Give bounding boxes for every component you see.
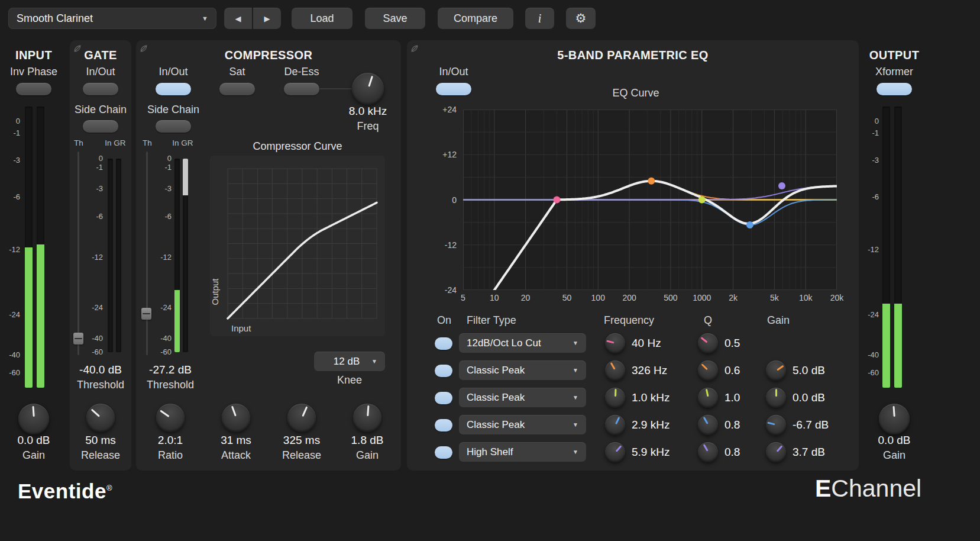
compressor-side-chain-label: Side Chain	[141, 104, 206, 116]
preset-next-button[interactable]: ▶	[253, 8, 281, 29]
output-meter-scale-tick: 0	[875, 117, 879, 125]
product-name: EChannel	[815, 475, 921, 503]
compressor-threshold-slider-track[interactable]	[146, 152, 148, 355]
eq-x-axis-label: 20k	[824, 293, 850, 302]
gate-side-chain-toggle[interactable]	[83, 120, 118, 133]
preset-prev-button[interactable]: ◀	[224, 8, 252, 29]
eq-band-2-q-knob[interactable]	[698, 360, 718, 381]
gate-release-knob[interactable]	[86, 404, 115, 432]
eq-band-2-frequency-knob[interactable]	[605, 360, 625, 381]
eq-band-2-on-toggle[interactable]	[435, 365, 452, 377]
gate-in-meter	[108, 159, 113, 352]
gate-threshold-slider-track[interactable]	[77, 152, 79, 355]
eq-band-3-filter-type-dropdown[interactable]: Classic Peak▼	[459, 388, 586, 407]
output-meter-scale: 0-1-3-6-12-24-40-60	[865, 121, 879, 373]
arrow-right-icon: ▶	[264, 14, 270, 23]
compressor-meter-scale-tick: -12	[160, 253, 172, 262]
eq-section-title: 5-BAND PARAMETRIC EQ	[407, 49, 859, 62]
preset-selector[interactable]: Smooth Clarinet ▼	[8, 8, 216, 29]
compressor-attack-knob[interactable]	[222, 404, 250, 432]
input-inv-phase-toggle[interactable]	[16, 83, 51, 95]
compressor-deess-freq-knob[interactable]	[352, 73, 384, 105]
eq-band-3-gain-knob[interactable]	[766, 388, 786, 408]
compressor-makeup-gain-knob[interactable]	[353, 404, 381, 432]
compressor-knee-dropdown[interactable]: 12 dB ▼	[314, 352, 385, 371]
eq-band-3-gain-value: 0.0 dB	[793, 391, 852, 404]
eq-band-2-handle[interactable]	[648, 178, 655, 185]
output-xformer-label: Xformer	[865, 66, 924, 78]
eq-band-1-handle[interactable]	[553, 197, 560, 204]
eq-band-2-filter-type-dropdown[interactable]: Classic Peak▼	[459, 360, 586, 380]
compressor-in-out-toggle[interactable]	[156, 83, 191, 95]
filter-type-value: High Shelf	[467, 446, 513, 458]
compressor-threshold-slider-handle[interactable]	[141, 308, 151, 320]
eq-band-1-on-toggle[interactable]	[435, 337, 452, 350]
eq-band-5-frequency-value: 5.9 kHz	[632, 446, 697, 459]
output-gain-knob[interactable]	[879, 404, 910, 434]
eq-band-4-gain-knob[interactable]	[766, 415, 786, 435]
filter-type-value: Classic Peak	[467, 419, 525, 431]
info-icon: i	[538, 12, 542, 25]
output-meter-scale-tick: -24	[868, 311, 879, 319]
gate-meter-scale-tick: -12	[92, 253, 103, 262]
eq-band-5-gain-knob[interactable]	[766, 442, 786, 462]
gate-section-title: GATE	[70, 49, 131, 62]
eq-band-1-frequency-knob[interactable]	[605, 333, 625, 353]
output-meter-scale-tick: -40	[868, 351, 879, 359]
output-xformer-toggle[interactable]	[876, 83, 912, 95]
eq-band-5-handle[interactable]	[778, 182, 785, 189]
eq-y-axis-label: +24	[435, 105, 457, 114]
eq-band-3-on-toggle[interactable]	[435, 392, 452, 404]
knee-value: 12 dB	[322, 356, 371, 368]
gate-in-out-toggle[interactable]	[83, 83, 118, 95]
gate-meter-scale-tick: -1	[96, 163, 103, 172]
gate-threshold-value: -40.0 dB	[65, 363, 136, 376]
chevron-down-icon: ▼	[573, 394, 578, 401]
gate-meter-scale-tick: -60	[92, 348, 103, 356]
compressor-side-chain-toggle[interactable]	[156, 120, 191, 133]
save-button[interactable]: Save	[365, 8, 425, 29]
settings-button[interactable]: ⚙	[566, 8, 596, 29]
chevron-down-icon: ▼	[573, 367, 578, 373]
eq-band-5-on-toggle[interactable]	[435, 446, 452, 459]
eq-band-1-filter-type-dropdown[interactable]: 12dB/Oct Lo Cut▼	[459, 333, 586, 353]
eq-band-4-frequency-knob[interactable]	[605, 415, 625, 435]
eq-band-4-on-toggle[interactable]	[435, 419, 452, 431]
eq-band-1-q-value: 0.5	[725, 337, 760, 350]
eq-x-axis-label: 1000	[689, 293, 715, 302]
eq-band-1-q-knob[interactable]	[698, 333, 718, 353]
compressor-meter-scale-tick: 0	[167, 154, 172, 163]
eq-band-5-frequency-knob[interactable]	[605, 442, 625, 462]
load-button[interactable]: Load	[292, 8, 352, 29]
eq-band-3-q-knob[interactable]	[698, 388, 718, 408]
input-meter-scale-tick: -6	[13, 193, 20, 201]
eq-in-out-label: In/Out	[433, 66, 474, 78]
chevron-down-icon: ▼	[573, 421, 578, 428]
filter-type-value: Classic Peak	[467, 365, 525, 376]
input-gain-knob[interactable]	[18, 404, 49, 434]
eq-band-4-q-knob[interactable]	[698, 415, 718, 435]
compressor-ratio-knob[interactable]	[156, 404, 185, 432]
gear-icon: ⚙	[575, 11, 587, 25]
eq-band-5-filter-type-dropdown[interactable]: High Shelf▼	[459, 442, 586, 462]
eq-in-out-toggle[interactable]	[436, 83, 471, 95]
input-meter-scale-tick: 0	[16, 117, 20, 125]
compressor-curve-title: Compressor Curve	[210, 140, 385, 153]
eq-band-4-frequency-value: 2.9 kHz	[632, 418, 697, 431]
gate-threshold-slider-handle[interactable]	[73, 333, 83, 344]
eq-band-5-q-knob[interactable]	[698, 442, 718, 462]
eq-band-3-handle[interactable]	[698, 197, 706, 204]
gate-meter-scale-tick: -3	[96, 185, 103, 193]
eq-band-3-frequency-knob[interactable]	[605, 388, 625, 408]
input-meter-left-fill	[25, 247, 33, 388]
eq-band-2-gain-knob[interactable]	[766, 360, 786, 381]
eq-band-4-handle[interactable]	[746, 221, 753, 228]
compare-button[interactable]: Compare	[438, 8, 513, 29]
gate-release-label: Release	[70, 449, 131, 462]
compressor-sat-toggle[interactable]	[219, 83, 255, 95]
compressor-de-ess-toggle[interactable]	[284, 83, 319, 95]
info-button[interactable]: i	[525, 8, 554, 29]
gate-meter-scale-tick: -6	[96, 212, 103, 221]
eq-band-4-filter-type-dropdown[interactable]: Classic Peak▼	[459, 415, 586, 434]
compressor-release-knob[interactable]	[287, 404, 316, 432]
